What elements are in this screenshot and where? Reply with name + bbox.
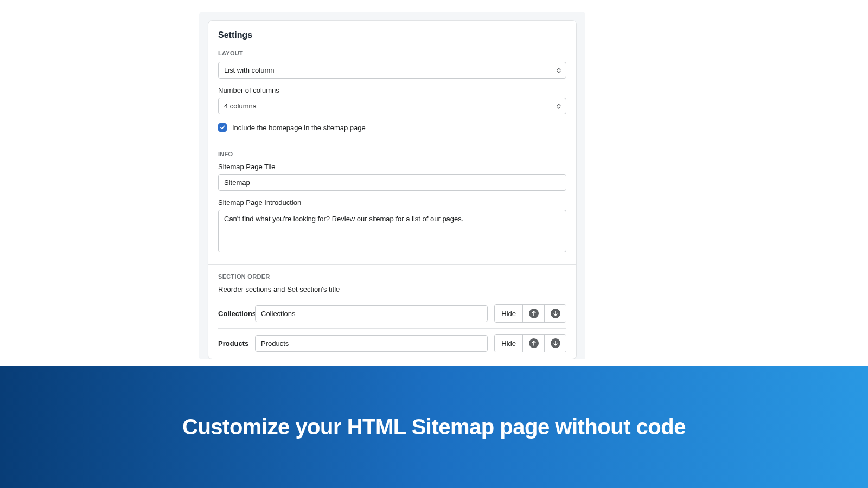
move-up-button[interactable] bbox=[522, 305, 544, 322]
section-label: Collections bbox=[218, 310, 248, 318]
section-title-input[interactable] bbox=[255, 305, 488, 322]
section-actions: Hide bbox=[494, 334, 566, 352]
move-up-button[interactable] bbox=[522, 335, 544, 352]
sitemap-intro-label: Sitemap Page Introduction bbox=[218, 198, 566, 207]
section-actions: Hide bbox=[494, 304, 566, 323]
section-order-subtext: Reorder sections and Set section's title bbox=[218, 285, 566, 293]
move-down-button[interactable] bbox=[544, 335, 566, 352]
include-homepage-checkbox[interactable] bbox=[218, 123, 227, 132]
columns-select[interactable]: 4 columns bbox=[218, 98, 566, 114]
layout-select[interactable]: List with column bbox=[218, 62, 566, 79]
section-order-row: ProductsHide bbox=[218, 328, 566, 358]
sitemap-intro-input[interactable] bbox=[218, 210, 566, 252]
columns-label: Number of columns bbox=[218, 86, 566, 94]
arrow-down-icon bbox=[551, 309, 560, 318]
info-heading: INFO bbox=[218, 151, 566, 157]
arrow-up-icon bbox=[529, 338, 539, 348]
hide-button[interactable]: Hide bbox=[495, 335, 522, 352]
sitemap-title-input[interactable] bbox=[218, 174, 566, 191]
move-down-button[interactable] bbox=[544, 305, 566, 322]
sitemap-title-label: Sitemap Page Tile bbox=[218, 163, 566, 171]
hide-button[interactable]: Hide bbox=[495, 305, 522, 322]
layout-heading: LAYOUT bbox=[218, 50, 566, 56]
include-homepage-label: Include the homepage in the sitemap page bbox=[232, 124, 366, 132]
section-label: Products bbox=[218, 339, 248, 348]
section-title-input[interactable] bbox=[255, 335, 488, 352]
section-order-row: PagesHide bbox=[218, 358, 566, 359]
settings-title: Settings bbox=[218, 30, 566, 40]
arrow-up-icon bbox=[529, 309, 539, 318]
promo-banner: Customize your HTML Sitemap page without… bbox=[0, 366, 868, 488]
section-order-heading: SECTION ORDER bbox=[218, 273, 566, 280]
section-order-row: CollectionsHide bbox=[218, 301, 566, 328]
arrow-down-icon bbox=[551, 338, 560, 348]
settings-card: Settings LAYOUT List with column Number … bbox=[208, 20, 577, 359]
banner-text: Customize your HTML Sitemap page without… bbox=[182, 415, 686, 439]
